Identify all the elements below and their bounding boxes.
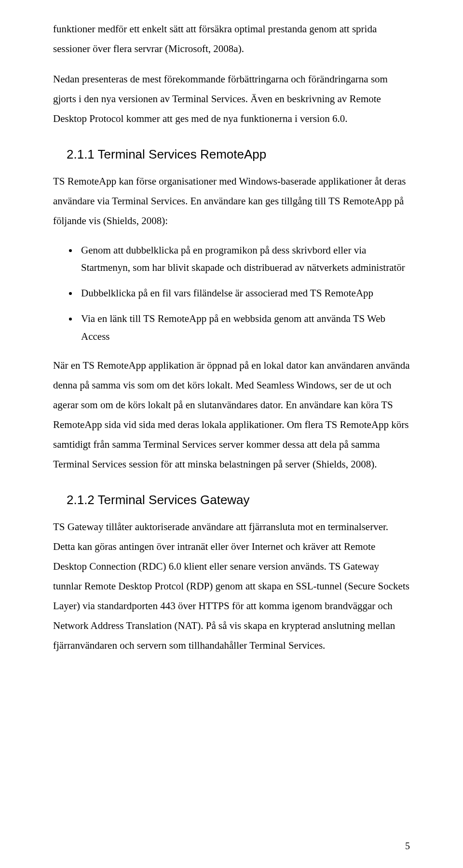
bullet-item: Dubbelklicka på en fil vars filändelse ä… <box>78 284 410 302</box>
heading-remoteapp: 2.1.1 Terminal Services RemoteApp <box>67 147 410 162</box>
remoteapp-bullet-list: Genom att dubbelklicka på en programikon… <box>53 241 410 346</box>
bullet-item: Via en länk till TS RemoteApp på en webb… <box>78 310 410 346</box>
document-page: funktioner medför ett enkelt sätt att fö… <box>0 0 463 868</box>
remoteapp-paragraph: TS RemoteApp kan förse organisationer me… <box>53 172 410 231</box>
gateway-paragraph: TS Gateway tillåter auktoriserade använd… <box>53 517 410 655</box>
heading-gateway: 2.1.2 Terminal Services Gateway <box>67 493 410 507</box>
remoteapp-after-paragraph: När en TS RemoteApp applikation är öppna… <box>53 356 410 474</box>
intro-paragraph-2: Nedan presenteras de mest förekommande f… <box>53 69 410 129</box>
page-number: 5 <box>405 841 410 852</box>
bullet-item: Genom att dubbelklicka på en programikon… <box>78 241 410 277</box>
intro-paragraph-1: funktioner medför ett enkelt sätt att fö… <box>53 19 410 59</box>
